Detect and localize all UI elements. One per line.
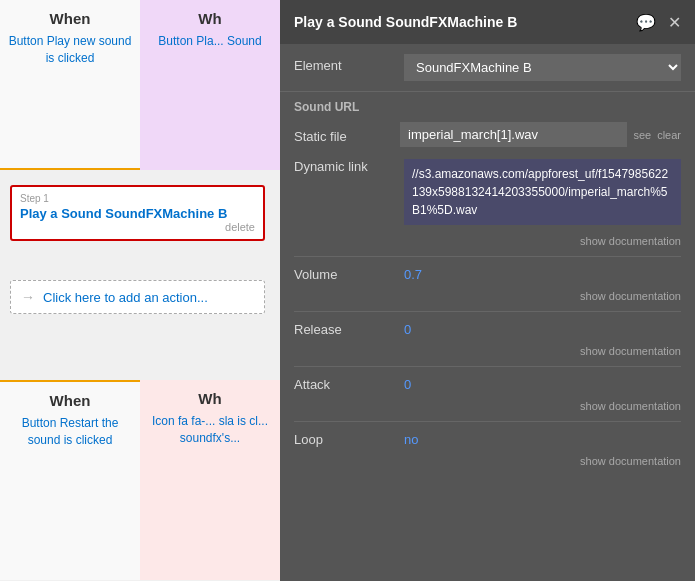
when-block-1: When Button Play new sound is clicked <box>0 0 140 170</box>
step-block[interactable]: Step 1 Play a Sound SoundFXMachine B del… <box>10 185 265 241</box>
show-doc-release: show documentation <box>280 341 695 366</box>
attack-row: Attack 0 <box>280 367 695 396</box>
modal-panel: Play a Sound SoundFXMachine B 💬 ✕ Elemen… <box>280 0 695 581</box>
close-icon[interactable]: ✕ <box>668 13 681 32</box>
when-block-2: Wh Button Pla... Sound <box>140 0 280 170</box>
modal-title: Play a Sound SoundFXMachine B <box>294 14 517 30</box>
when-bottom-title-2: Wh <box>198 390 221 407</box>
show-doc-volume: show documentation <box>280 286 695 311</box>
modal-body: Element SoundFXMachine B Sound URL Stati… <box>280 44 695 581</box>
show-documentation-dynamic[interactable]: show documentation <box>580 235 681 247</box>
show-documentation-release[interactable]: show documentation <box>580 345 681 357</box>
loop-label: Loop <box>294 432 394 447</box>
when-bottom-desc-1: Button Restart the sound is clicked <box>5 415 135 449</box>
attack-value[interactable]: 0 <box>404 377 411 392</box>
when-bottom-title-1: When <box>50 392 91 409</box>
modal-header-icons: 💬 ✕ <box>636 13 681 32</box>
when-block-bottom-1: When Button Restart the sound is clicked <box>0 380 140 580</box>
when-desc-1: Button Play new sound is clicked <box>5 33 135 67</box>
show-documentation-loop[interactable]: show documentation <box>580 455 681 467</box>
step-delete[interactable]: delete <box>20 221 255 233</box>
static-file-input[interactable] <box>400 122 627 147</box>
loop-value[interactable]: no <box>404 432 418 447</box>
clear-link[interactable]: clear <box>657 129 681 141</box>
show-doc-loop: show documentation <box>280 451 695 476</box>
show-documentation-volume[interactable]: show documentation <box>580 290 681 302</box>
static-file-label: Static file <box>294 125 394 144</box>
attack-label: Attack <box>294 377 394 392</box>
when-title-1: When <box>50 10 91 27</box>
step-title: Play a Sound SoundFXMachine B <box>20 206 255 221</box>
when-bottom-desc-2: Icon fa fa-... sla is cl... soundfx's... <box>145 413 275 447</box>
add-action-text[interactable]: Click here to add an action... <box>43 290 208 305</box>
see-link[interactable]: see <box>633 129 651 141</box>
loop-row: Loop no <box>280 422 695 451</box>
volume-value[interactable]: 0.7 <box>404 267 422 282</box>
element-label: Element <box>294 54 394 73</box>
comment-icon[interactable]: 💬 <box>636 13 656 32</box>
show-doc-attack: show documentation <box>280 396 695 421</box>
release-label: Release <box>294 322 394 337</box>
dynamic-link-label: Dynamic link <box>294 159 394 174</box>
arrow-icon: → <box>21 289 35 305</box>
modal-header: Play a Sound SoundFXMachine B 💬 ✕ <box>280 0 695 44</box>
step-label: Step 1 <box>20 193 255 204</box>
element-select[interactable]: SoundFXMachine B <box>404 54 681 81</box>
static-file-row: Static file see clear <box>280 116 695 153</box>
volume-row: Volume 0.7 <box>280 257 695 286</box>
add-action-block[interactable]: → Click here to add an action... <box>10 280 265 314</box>
dynamic-link-row: Dynamic link //s3.amazonaws.com/appfores… <box>280 153 695 231</box>
volume-label: Volume <box>294 267 394 282</box>
show-documentation-attack[interactable]: show documentation <box>580 400 681 412</box>
when-title-2: Wh <box>198 10 221 27</box>
when-block-bottom-2: Wh Icon fa fa-... sla is cl... soundfx's… <box>140 380 280 580</box>
release-value[interactable]: 0 <box>404 322 411 337</box>
release-row: Release 0 <box>280 312 695 341</box>
dynamic-link-value[interactable]: //s3.amazonaws.com/appforest_uf/f1547985… <box>404 159 681 225</box>
element-value-area: SoundFXMachine B <box>404 54 681 81</box>
when-desc-2: Button Pla... Sound <box>158 33 261 50</box>
sound-url-header: Sound URL <box>280 92 695 116</box>
show-doc-dynamic: show documentation <box>280 231 695 256</box>
element-row: Element SoundFXMachine B <box>280 44 695 92</box>
